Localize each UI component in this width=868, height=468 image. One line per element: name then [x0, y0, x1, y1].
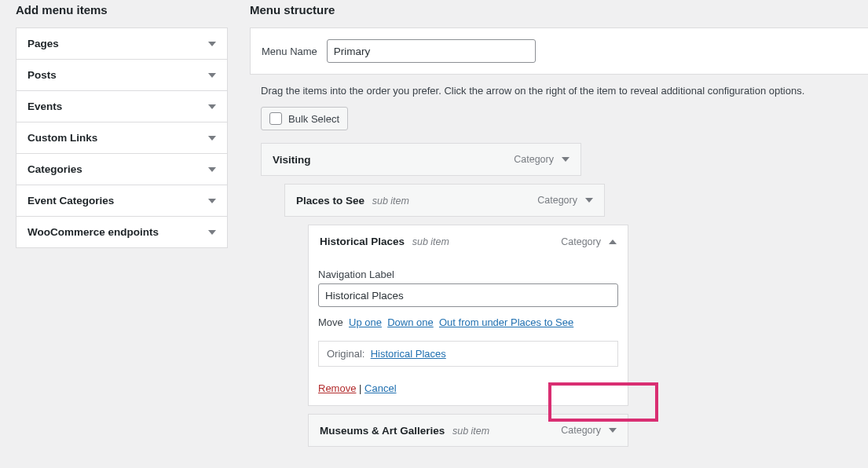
chevron-down-icon	[208, 136, 216, 141]
accordion-event-categories[interactable]: Event Categories	[16, 185, 227, 217]
move-down-one-link[interactable]: Down one	[387, 316, 434, 328]
menu-item-type: Category	[561, 425, 601, 436]
accordion-label: WooCommerce endpoints	[27, 226, 159, 238]
accordion-label: Custom Links	[27, 132, 97, 144]
accordion-posts[interactable]: Posts	[16, 60, 227, 91]
menu-item-settings: Navigation Label Move Up one Down one Ou…	[308, 258, 628, 406]
accordion-categories[interactable]: Categories	[16, 154, 227, 185]
menu-item-historical-places[interactable]: Historical Places sub item Category	[308, 225, 628, 258]
chevron-down-icon	[208, 104, 216, 109]
navigation-label-heading: Navigation Label	[318, 269, 618, 280]
accordion-label: Posts	[27, 69, 57, 81]
sub-item-label: sub item	[372, 196, 409, 207]
sub-item-label: sub item	[412, 236, 449, 247]
original-link[interactable]: Historical Places	[371, 348, 446, 360]
menu-item-visiting[interactable]: Visiting Category	[261, 143, 581, 176]
chevron-down-icon	[208, 167, 216, 172]
original-label: Original:	[327, 348, 364, 360]
bulk-select-label: Bulk Select	[288, 113, 339, 125]
move-row: Move Up one Down one Out from under Plac…	[318, 316, 618, 328]
menu-structure-heading: Menu structure	[250, 3, 868, 16]
cancel-link[interactable]: Cancel	[364, 382, 396, 394]
accordion-label: Events	[27, 101, 62, 112]
checkbox-icon	[269, 112, 282, 125]
accordion-label: Pages	[27, 38, 59, 49]
add-items-accordion: Pages Posts Events Custom Links Categori…	[16, 27, 228, 248]
navigation-label-input[interactable]	[318, 283, 618, 307]
chevron-up-icon[interactable]	[609, 239, 617, 244]
accordion-label: Categories	[27, 163, 82, 175]
instructions-text: Drag the items into the order you prefer…	[250, 75, 868, 107]
menu-item-type: Category	[561, 236, 601, 247]
separator: |	[359, 382, 364, 394]
menu-item-type: Category	[537, 195, 577, 206]
move-out-from-under-link[interactable]: Out from under Places to See	[439, 316, 573, 328]
menu-item-type: Category	[514, 154, 554, 165]
sub-item-label: sub item	[452, 426, 489, 437]
chevron-down-icon	[208, 199, 216, 203]
accordion-pages[interactable]: Pages	[16, 28, 227, 60]
menu-item-title: Museums & Art Galleries	[320, 425, 445, 437]
menu-name-input[interactable]	[327, 39, 536, 63]
menu-items-area: Visiting Category Places to See sub item…	[250, 143, 868, 447]
add-menu-items-heading: Add menu items	[16, 3, 228, 16]
remove-link[interactable]: Remove	[318, 382, 356, 394]
chevron-down-icon	[208, 42, 216, 46]
chevron-down-icon[interactable]	[609, 428, 617, 433]
move-up-one-link[interactable]: Up one	[349, 316, 382, 328]
original-box: Original: Historical Places	[318, 341, 618, 367]
accordion-label: Event Categories	[27, 195, 114, 207]
menu-item-title: Historical Places	[320, 236, 405, 247]
menu-item-title: Visiting	[273, 154, 311, 166]
accordion-custom-links[interactable]: Custom Links	[16, 122, 227, 154]
chevron-down-icon	[208, 73, 216, 78]
menu-name-bar: Menu Name	[250, 27, 868, 75]
menu-name-label: Menu Name	[262, 46, 317, 57]
menu-item-title: Places to See	[296, 195, 364, 207]
menu-item-museums[interactable]: Museums & Art Galleries sub item Categor…	[308, 414, 628, 447]
chevron-down-icon[interactable]	[585, 198, 593, 203]
bulk-select-button[interactable]: Bulk Select	[261, 107, 348, 130]
accordion-events[interactable]: Events	[16, 91, 227, 122]
chevron-down-icon	[208, 230, 216, 235]
move-label: Move	[318, 316, 343, 328]
accordion-woocommerce-endpoints[interactable]: WooCommerce endpoints	[16, 217, 227, 247]
menu-item-places-to-see[interactable]: Places to See sub item Category	[284, 184, 605, 217]
item-actions: Remove | Cancel	[318, 382, 618, 394]
chevron-down-icon[interactable]	[562, 157, 570, 162]
